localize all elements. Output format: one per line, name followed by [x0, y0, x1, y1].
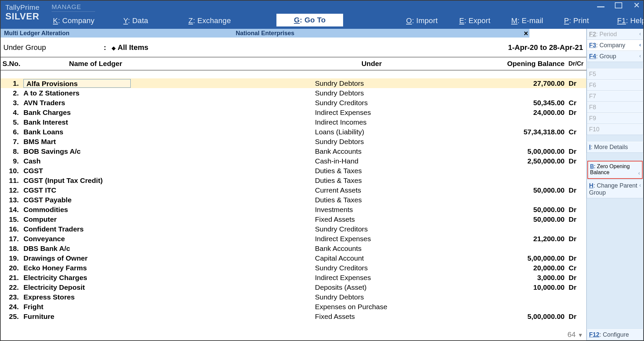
ledger-row[interactable]: 23.Express StoresSundry Debtors: [1, 292, 586, 302]
row-name[interactable]: Computer: [22, 215, 314, 223]
row-drcr: Dr: [566, 79, 586, 87]
column-header: S.No. Name of Ledger Under Opening Balan…: [1, 57, 586, 70]
ledger-row[interactable]: 13.CGST PayableDuties & Taxes: [1, 195, 586, 205]
ledger-row[interactable]: 15.ComputerFixed Assets50,000.00Dr: [1, 214, 586, 224]
row-name[interactable]: Electricity Charges: [22, 274, 314, 282]
row-name[interactable]: Bank Loans: [22, 128, 314, 136]
row-name[interactable]: AVN Traders: [22, 99, 314, 107]
ledger-row[interactable]: 8.BOB Savings A/cBank Accounts5,00,000.0…: [1, 146, 586, 156]
menu-goto[interactable]: G: Go To: [276, 14, 343, 26]
row-under: Fixed Assets: [314, 313, 430, 321]
row-name[interactable]: Bank Interest: [22, 118, 314, 126]
row-name-input[interactable]: Alfa Provisions: [23, 79, 131, 88]
menu-data[interactable]: Y: Data: [120, 15, 151, 26]
row-name[interactable]: Commodities: [22, 206, 314, 214]
ledger-row[interactable]: 10.CGSTDuties & Taxes: [1, 166, 586, 176]
row-name[interactable]: Drawings of Owner: [22, 254, 314, 262]
ledger-row[interactable]: 7.BMS MartSundry Debtors: [1, 137, 586, 146]
minimize-icon[interactable]: [597, 6, 604, 9]
row-name[interactable]: DBS Bank A/c: [22, 245, 314, 253]
row-name[interactable]: Alfa Provisions: [22, 79, 314, 88]
side-f12-configure[interactable]: F12: Configure: [587, 329, 643, 340]
ledger-row[interactable]: 18.DBS Bank A/cBank Accounts: [1, 244, 586, 253]
ledger-row[interactable]: 2.A to Z StationersSundry Debtors: [1, 88, 586, 98]
row-name[interactable]: CGST: [22, 167, 314, 175]
row-under: Bank Accounts: [314, 245, 430, 253]
row-name[interactable]: Electricity Deposit: [22, 283, 314, 291]
menu-email[interactable]: M: E-mail: [508, 15, 547, 26]
menu-print[interactable]: P: Print: [561, 15, 592, 26]
row-sno: 4.: [1, 109, 22, 117]
ledger-row[interactable]: 9.CashCash-in-Hand2,50,000.00Dr: [1, 156, 586, 166]
ledger-row[interactable]: 3.AVN TradersSundry Creditors50,345.00Cr: [1, 98, 586, 108]
ledger-row[interactable]: 1.Alfa ProvisionsSundry Debtors27,700.00…: [1, 78, 586, 88]
row-balance: 5,00,000.00: [430, 147, 566, 155]
main-menu: K: Company Y: Data Z: Exchange G: Go To …: [50, 15, 643, 27]
total-rows-indicator: 64 ▼: [568, 330, 583, 339]
row-under: Duties & Taxes: [314, 196, 430, 204]
ledger-row[interactable]: 6.Bank LoansLoans (Liability)57,34,318.0…: [1, 127, 586, 137]
close-screen-icon[interactable]: ×: [524, 29, 528, 38]
menu-export[interactable]: E: Export: [456, 15, 494, 26]
row-name[interactable]: Cash: [22, 157, 314, 165]
row-name[interactable]: Conveyance: [22, 235, 314, 243]
menu-help[interactable]: F1: Help●: [614, 15, 644, 26]
row-balance: 5,00,000.00: [430, 313, 566, 321]
row-under: Investments: [314, 206, 430, 214]
row-name[interactable]: A to Z Stationers: [22, 89, 314, 97]
ledger-row[interactable]: 22.Electricity DepositDeposits (Asset)10…: [1, 282, 586, 292]
row-name[interactable]: Ecko Honey Farms: [22, 264, 314, 272]
side-f3-company[interactable]: F3: Company‹: [587, 40, 643, 51]
ledger-row[interactable]: 24.FrightExpenses on Purchase: [1, 302, 586, 312]
side-more-details[interactable]: I: More Details: [587, 142, 643, 153]
restore-icon[interactable]: [616, 3, 622, 8]
menu-import[interactable]: O: Import: [403, 15, 441, 26]
row-name[interactable]: CGST ITC: [22, 186, 314, 194]
menu-company[interactable]: K: Company: [50, 15, 98, 26]
row-sno: 17.: [1, 235, 22, 243]
close-icon[interactable]: ✕: [633, 2, 640, 9]
ledger-row[interactable]: 16.Confident TradersSundry Creditors: [1, 224, 586, 234]
row-name[interactable]: Fright: [22, 303, 314, 311]
row-name[interactable]: Bank Charges: [22, 109, 314, 117]
ledger-row[interactable]: 5.Bank InterestIndirect Incomes: [1, 117, 586, 127]
under-group-value[interactable]: All Items: [118, 43, 148, 52]
manage-label[interactable]: MANAGE: [52, 3, 95, 12]
row-name[interactable]: Furniture: [22, 313, 314, 321]
row-drcr: Dr: [566, 147, 586, 155]
row-under: Sundry Debtors: [314, 89, 430, 97]
row-name[interactable]: BMS Mart: [22, 138, 314, 146]
row-under: Sundry Creditors: [314, 264, 430, 272]
row-sno: 13.: [1, 196, 22, 204]
under-group-label: Under Group: [3, 43, 46, 52]
row-sno: 22.: [1, 283, 22, 291]
down-more-icon[interactable]: ▼: [578, 332, 583, 338]
row-balance: 27,700.00: [430, 79, 566, 87]
row-name[interactable]: BOB Savings A/c: [22, 147, 314, 155]
ledger-row[interactable]: 19.Drawings of OwnerCapital Account5,00,…: [1, 253, 586, 263]
menu-exchange[interactable]: Z: Exchange: [185, 15, 234, 26]
side-zero-opening[interactable]: B: Zero Opening Balance‹: [587, 161, 643, 179]
row-name[interactable]: Express Stores: [22, 293, 314, 301]
row-sno: 7.: [1, 138, 22, 146]
ledger-row[interactable]: 17.ConveyanceIndirect Expenses21,200.00D…: [1, 234, 586, 244]
row-balance: 50,345.00: [430, 99, 566, 107]
ledger-row[interactable]: 12.CGST ITCCurrent Assets50,000.00Dr: [1, 185, 586, 195]
ledger-row[interactable]: 21.Electricity ChargesIndirect Expenses3…: [1, 273, 586, 282]
row-name[interactable]: Confident Traders: [22, 225, 314, 233]
ledger-row[interactable]: 25.FurnitureFixed Assets5,00,000.00Dr: [1, 312, 586, 321]
ledger-row[interactable]: 11.CGST (Input Tax Credit)Duties & Taxes: [1, 176, 586, 185]
ledger-row[interactable]: 4.Bank ChargesIndirect Expenses24,000.00…: [1, 108, 586, 117]
col-bal: Opening Balance: [430, 60, 566, 68]
ledger-row[interactable]: 20.Ecko Honey FarmsSundry Creditors20,00…: [1, 263, 586, 273]
row-sno: 24.: [1, 303, 22, 311]
side-f4-group[interactable]: F4: Group‹: [587, 51, 643, 62]
side-change-parent[interactable]: H: Change Parent Group‹: [587, 180, 643, 198]
ledger-row[interactable]: 14.CommoditiesInvestments50,000.00Dr: [1, 205, 586, 214]
row-name[interactable]: CGST Payable: [22, 196, 314, 204]
row-sno: 11.: [1, 177, 22, 185]
row-name[interactable]: CGST (Input Tax Credit): [22, 177, 314, 185]
row-sno: 10.: [1, 167, 22, 175]
side-f5: F5: [587, 69, 643, 80]
row-sno: 20.: [1, 264, 22, 272]
